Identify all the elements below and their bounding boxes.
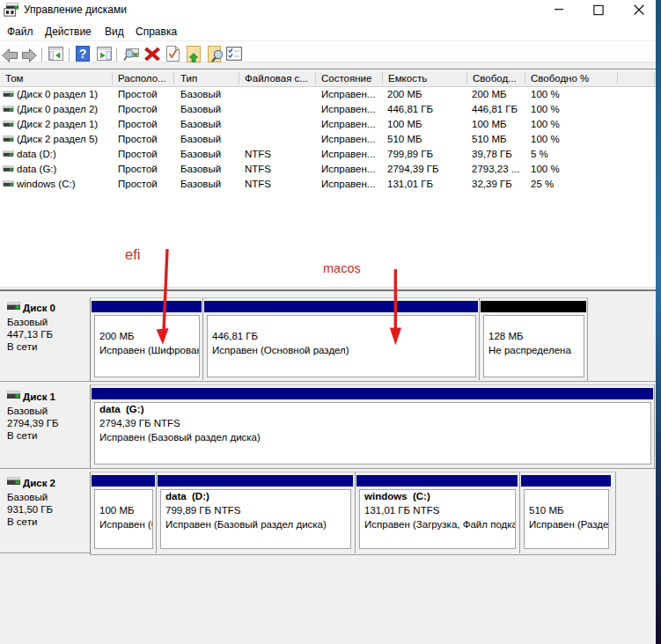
svg-text:?: ?	[79, 47, 87, 61]
